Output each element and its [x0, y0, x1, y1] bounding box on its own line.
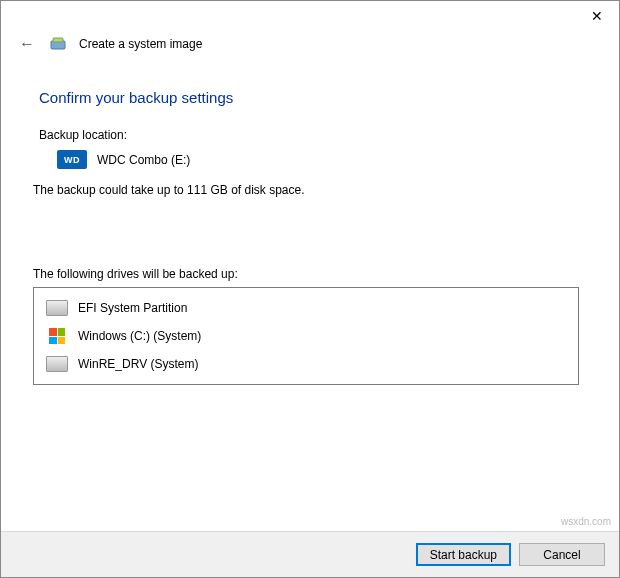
windows-icon	[46, 328, 68, 344]
start-backup-button[interactable]: Start backup	[416, 543, 511, 566]
disk-space-note: The backup could take up to 111 GB of di…	[33, 183, 581, 197]
drive-row: WinRE_DRV (System)	[34, 350, 578, 378]
watermark: wsxdn.com	[561, 516, 611, 527]
drives-list-label: The following drives will be backed up:	[33, 267, 581, 281]
drives-list: EFI System Partition Windows (C:) (Syste…	[33, 287, 579, 385]
drive-name: Windows (C:) (System)	[78, 329, 201, 343]
backup-location-name: WDC Combo (E:)	[97, 153, 190, 167]
backup-location-row: WD WDC Combo (E:)	[39, 150, 581, 169]
hdd-icon	[46, 356, 68, 372]
wizard-title: Create a system image	[79, 37, 202, 51]
wizard-header: ← Create a system image	[1, 31, 619, 53]
drive-row: Windows (C:) (System)	[34, 322, 578, 350]
backup-location-label: Backup location:	[39, 128, 581, 142]
back-button[interactable]: ←	[17, 35, 37, 53]
wd-drive-icon: WD	[57, 150, 87, 169]
svg-rect-1	[53, 38, 63, 42]
close-icon: ✕	[591, 8, 603, 24]
cancel-button[interactable]: Cancel	[519, 543, 605, 566]
drive-row: EFI System Partition	[34, 294, 578, 322]
page-heading: Confirm your backup settings	[39, 89, 581, 106]
drive-name: EFI System Partition	[78, 301, 187, 315]
content-area: Confirm your backup settings Backup loca…	[1, 53, 619, 385]
hdd-icon	[46, 300, 68, 316]
drive-name: WinRE_DRV (System)	[78, 357, 198, 371]
wizard-icon	[49, 35, 67, 53]
titlebar: ✕	[1, 1, 619, 31]
footer-bar: Start backup Cancel	[1, 531, 619, 577]
close-button[interactable]: ✕	[575, 1, 619, 31]
